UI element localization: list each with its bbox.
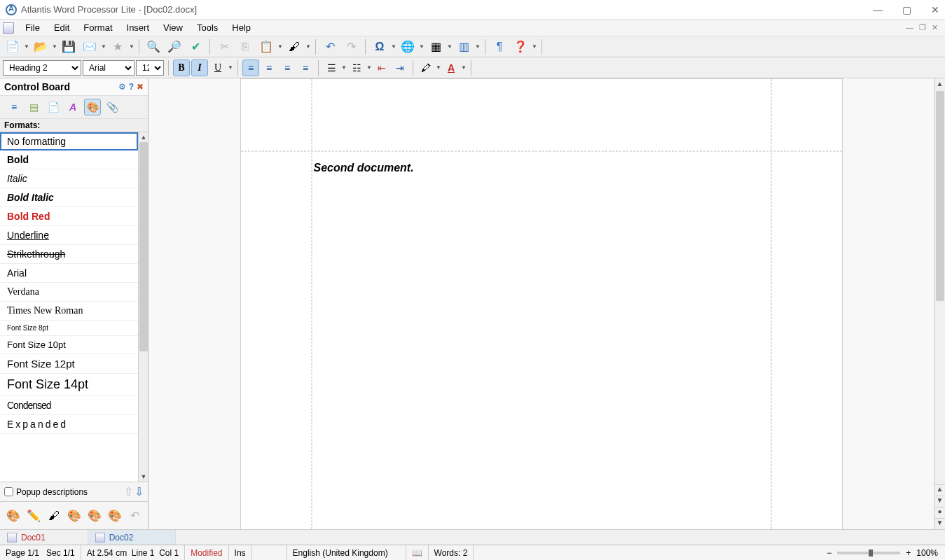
columns-dropdown[interactable]: ▼ (475, 43, 481, 50)
help-icon[interactable]: ? (129, 82, 134, 92)
style-select[interactable]: Heading 2 (3, 60, 81, 76)
help-dropdown[interactable]: ▼ (532, 43, 537, 50)
format-item[interactable]: Font Size 14pt (0, 374, 138, 396)
align-center-button[interactable]: ≡ (261, 59, 277, 76)
move-down-icon[interactable]: ⇩ (134, 485, 144, 498)
format-item[interactable]: Font Size 8pt (0, 321, 138, 336)
zoom-out-button[interactable]: − (827, 548, 832, 558)
menu-format[interactable]: Format (76, 20, 119, 35)
highlight-button[interactable]: 🖍 (418, 59, 434, 76)
format-item[interactable]: Bold (0, 150, 138, 169)
vscroll-prev-icon[interactable]: ▲ (934, 484, 945, 496)
print-preview-button[interactable]: 🔎 (165, 38, 184, 56)
menu-insert[interactable]: Insert (120, 20, 157, 35)
format-item[interactable]: Condensed (0, 396, 138, 415)
hyperlink-button[interactable]: 🌐 (398, 38, 418, 56)
open-dropdown[interactable]: ▼ (52, 43, 57, 50)
paste-button[interactable]: 📋 (256, 38, 276, 56)
zoom-in-button[interactable]: + (906, 548, 911, 558)
format-painter-button[interactable]: 🖌 (284, 38, 304, 56)
vertical-scrollbar[interactable]: ▲ ▲ ▼ ● ▼ (934, 78, 945, 529)
minimize-button[interactable]: — (873, 4, 883, 15)
cb-tab-3[interactable]: 📄 (45, 99, 62, 115)
italic-button[interactable]: I (191, 59, 208, 76)
decrease-indent-button[interactable]: ⇤ (373, 59, 390, 76)
vscroll-next-icon[interactable]: ▼ (934, 518, 945, 529)
cut-button[interactable]: ✂ (214, 38, 234, 56)
open-button[interactable]: 📂 (31, 38, 50, 56)
pencil-tool[interactable]: ✏️ (26, 508, 41, 524)
pilcrow-button[interactable]: ¶ (490, 38, 509, 56)
highlight-dropdown[interactable]: ▼ (436, 64, 441, 71)
undo-button[interactable]: ↶ (320, 38, 340, 56)
format-item[interactable]: Bold Italic (0, 188, 138, 207)
scroll-down-icon[interactable]: ▼ (139, 472, 148, 482)
vscroll-up-icon[interactable]: ▲ (934, 78, 945, 90)
cb-tab-6[interactable]: 📎 (104, 99, 120, 115)
format-item[interactable]: Verdana (0, 283, 138, 302)
palette-tool-2[interactable]: 🖌 (46, 508, 61, 524)
popup-checkbox-input[interactable] (4, 487, 13, 496)
vscroll-browse-icon[interactable]: ● (934, 507, 945, 518)
doctab-doc02[interactable]: Doc02 (88, 530, 177, 545)
format-item[interactable]: Strikethrough (0, 245, 138, 264)
new-doc-button[interactable]: 📄 (3, 38, 22, 56)
table-dropdown[interactable]: ▼ (447, 43, 453, 50)
zoom-level[interactable]: 100% (916, 548, 938, 558)
format-item[interactable]: Font Size 10pt (0, 336, 138, 354)
status-page[interactable]: Page 1/1 Sec 1/1 (0, 545, 81, 560)
format-item[interactable]: Font Size 12pt (0, 354, 138, 374)
format-painter-dropdown[interactable]: ▼ (305, 43, 311, 50)
mdi-restore-button[interactable]: ❐ (919, 23, 926, 32)
bullets-dropdown[interactable]: ▼ (341, 64, 347, 71)
find-button[interactable]: 🔍 (144, 38, 163, 56)
symbol-button[interactable]: Ω (370, 38, 389, 56)
favorite-button[interactable]: ★ (108, 38, 127, 56)
hyperlink-dropdown[interactable]: ▼ (419, 43, 425, 50)
status-ins[interactable]: Ins (229, 545, 252, 560)
symbol-dropdown[interactable]: ▼ (391, 43, 396, 50)
palette-tool-5[interactable]: 🎨 (107, 508, 122, 524)
underline-button[interactable]: U (209, 59, 226, 76)
format-item[interactable]: Underline (0, 226, 138, 245)
align-justify-button[interactable]: ≡ (297, 59, 314, 76)
format-item[interactable]: Expanded (0, 415, 138, 434)
format-item[interactable]: Italic (0, 169, 138, 188)
cb-tab-1[interactable]: ≡ (6, 99, 22, 115)
cb-tab-2[interactable]: ▤ (25, 99, 42, 115)
columns-button[interactable]: ▥ (454, 38, 474, 56)
zoom-slider[interactable] (837, 552, 900, 554)
palette-tool-4[interactable]: 🎨 (87, 508, 102, 524)
status-position[interactable]: At 2.54 cm Line 1 Col 1 (81, 545, 185, 560)
paste-dropdown[interactable]: ▼ (277, 43, 283, 50)
numbering-dropdown[interactable]: ▼ (366, 64, 372, 71)
scroll-thumb[interactable] (139, 142, 148, 351)
new-doc-dropdown[interactable]: ▼ (24, 43, 29, 50)
mdi-minimize-button[interactable]: — (906, 23, 913, 32)
format-item[interactable]: Bold Red (0, 207, 138, 226)
doctab-doc01[interactable]: Doc01 (0, 530, 88, 545)
settings-icon[interactable]: ⚙ (118, 82, 126, 92)
undo-tool[interactable]: ↶ (127, 508, 142, 524)
format-item[interactable]: Arial (0, 264, 138, 283)
format-item[interactable]: Times New Roman (0, 302, 138, 321)
font-select[interactable]: Arial (83, 60, 134, 76)
vscroll-down-icon[interactable]: ▼ (934, 496, 945, 507)
move-up-icon[interactable]: ⇧ (124, 485, 133, 498)
vscroll-thumb[interactable] (936, 91, 944, 301)
palette-delete-tool[interactable]: 🎨 (67, 508, 81, 524)
align-left-button[interactable]: ≡ (242, 59, 259, 76)
email-button[interactable]: ✉️ (80, 38, 99, 56)
status-language[interactable]: English (United Kingdom) (287, 545, 406, 560)
document-scroll[interactable]: Second document. (149, 78, 934, 529)
cb-tab-5[interactable]: 🎨 (84, 99, 101, 115)
bold-button[interactable]: B (173, 59, 190, 76)
table-button[interactable]: ▦ (426, 38, 446, 56)
font-color-button[interactable]: A (443, 59, 460, 76)
page[interactable]: Second document. (240, 78, 843, 529)
close-button[interactable]: ✕ (931, 4, 939, 15)
save-button[interactable]: 💾 (59, 38, 78, 56)
close-panel-icon[interactable]: ✖ (137, 82, 144, 92)
document-text[interactable]: Second document. (314, 162, 772, 174)
popup-descriptions-checkbox[interactable]: Popup descriptions (4, 487, 88, 497)
